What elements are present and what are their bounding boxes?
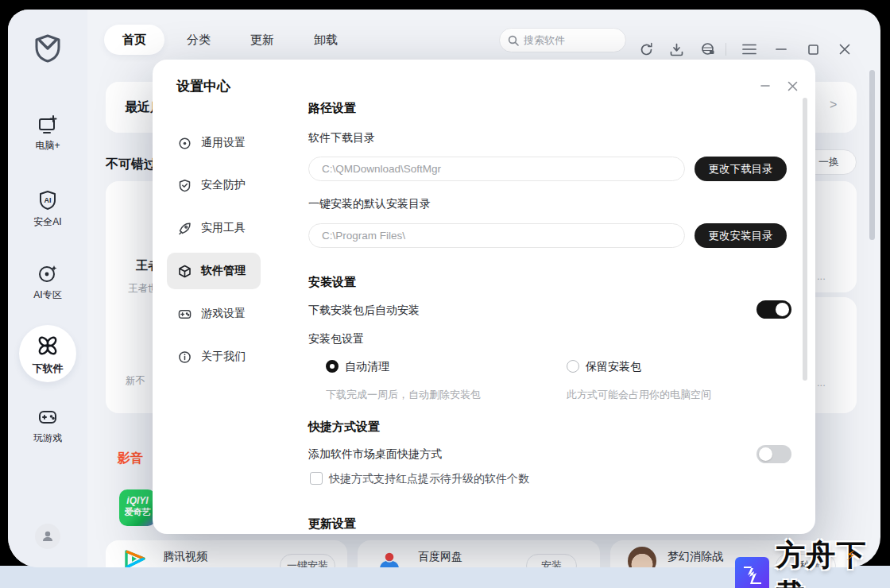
settings-menu-software[interactable]: 软件管理: [167, 253, 261, 289]
window-maximize-icon[interactable]: [803, 40, 822, 59]
person-icon: [41, 529, 55, 544]
search-icon: [508, 35, 519, 46]
baidu-pan-icon: [375, 547, 404, 567]
dialog-title: 设置中心: [176, 77, 230, 95]
download-dir-input[interactable]: C:\QMDownload\SoftMgr: [308, 157, 685, 181]
menu-label: 安全防护: [201, 178, 246, 192]
download-dir-label: 软件下载目录: [308, 131, 375, 145]
install-button[interactable]: 安装: [526, 554, 577, 567]
feature-card-footer: 新不: [126, 374, 145, 388]
sidebar: 电脑+ AI 安全AI AI专区: [8, 10, 87, 567]
chevron-right-icon[interactable]: >: [830, 98, 837, 112]
media-section-title: 影音: [118, 451, 143, 467]
sidebar-item-games[interactable]: 玩游戏: [8, 407, 87, 445]
search-input[interactable]: [524, 34, 611, 46]
service-icon[interactable]: [698, 40, 718, 59]
gamepad-icon: [8, 407, 87, 427]
tab-label: 更新: [250, 33, 274, 48]
dialog-scrollbar-thumb[interactable]: [803, 98, 807, 381]
settings-dialog: 设置中心 通用设置 安全防护 实用工具: [153, 60, 815, 534]
menu-label: 通用设置: [201, 136, 246, 150]
radio-auto-clean-label: 自动清理: [345, 360, 389, 374]
one-click-install-button[interactable]: 一键安装: [280, 554, 335, 567]
sidebar-item-label: AI专区: [8, 288, 87, 302]
cube-icon: [178, 265, 192, 278]
info-icon: [178, 350, 192, 364]
section-heading-shortcut: 快捷方式设置: [308, 420, 380, 435]
app-name: 百度网盘: [418, 550, 462, 564]
radio-auto-clean-desc: 下载完成一周后，自动删除安装包: [326, 388, 481, 402]
more-dots: ...: [817, 270, 826, 282]
rocket-icon: [178, 222, 192, 235]
settings-menu-security[interactable]: 安全防护: [167, 167, 261, 203]
app-card-baidu-pan[interactable]: 百度网盘 安装: [358, 540, 600, 567]
game-avatar-icon: [628, 547, 656, 567]
install-dir-input[interactable]: C:\Program Files\: [308, 223, 685, 248]
dialog-minimize-icon[interactable]: [756, 77, 774, 95]
watermark: 方舟下载 ⚡: [735, 536, 890, 588]
dialog-close-icon[interactable]: [784, 77, 801, 95]
sidebar-item-label: 安全AI: [8, 215, 87, 229]
iqiyi-logo-cn: 爱奇艺: [119, 506, 156, 518]
sidebar-item-security-ai[interactable]: AI 安全AI: [8, 189, 87, 229]
main-scrollbar-thumb[interactable]: [869, 70, 875, 240]
radio-auto-clean[interactable]: [326, 360, 339, 373]
iqiyi-app-icon[interactable]: iQIYI 爱奇艺: [119, 489, 156, 526]
package-setting-label: 安装包设置: [308, 332, 364, 346]
desktop-shortcut-label: 添加软件市场桌面快捷方式: [308, 447, 442, 462]
tab-uninstall[interactable]: 卸载: [302, 25, 350, 55]
sidebar-item-label: 玩游戏: [8, 431, 87, 445]
user-avatar[interactable]: [35, 524, 60, 549]
gamepad-icon: [178, 308, 192, 321]
tab-updates[interactable]: 更新: [238, 25, 286, 55]
menu-label: 游戏设置: [201, 307, 246, 321]
sidebar-item-software[interactable]: 下软件: [8, 334, 87, 376]
reddot-checkbox[interactable]: [310, 472, 323, 485]
sidebar-item-ai-zone[interactable]: AI专区: [8, 262, 87, 302]
settings-menu-about[interactable]: 关于我们: [167, 338, 261, 375]
change-download-dir-button[interactable]: 更改下载目录: [695, 157, 787, 181]
toggle-knob: [776, 303, 789, 316]
section-heading-install: 安装设置: [308, 275, 356, 290]
tab-categories[interactable]: 分类: [175, 25, 222, 55]
window-close-icon[interactable]: [835, 40, 854, 59]
auto-install-toggle[interactable]: [756, 300, 791, 319]
watermark-logo-icon: [735, 557, 769, 588]
sidebar-item-computer[interactable]: 电脑+: [8, 114, 87, 153]
app-logo-shield-icon: [33, 33, 63, 64]
iqiyi-logo-text: iQIYI: [119, 495, 156, 506]
settings-menu-general[interactable]: 通用设置: [167, 125, 261, 161]
radio-keep-package-desc: 此方式可能会占用你的电脑空间: [567, 388, 711, 402]
settings-menu-game[interactable]: 游戏设置: [167, 296, 261, 332]
menu-label: 软件管理: [201, 264, 246, 278]
menu-label: 实用工具: [201, 221, 246, 235]
radio-keep-package-label: 保留安装包: [586, 360, 641, 374]
main-menu-icon[interactable]: [740, 40, 759, 59]
window-minimize-icon[interactable]: [772, 40, 791, 59]
app-card-tencent-video[interactable]: 腾讯视频 一键安装: [106, 540, 347, 567]
tab-home[interactable]: 首页: [104, 25, 164, 55]
install-dir-label: 一键安装的默认安装目录: [308, 197, 431, 211]
button-label: 一键安装: [287, 559, 328, 567]
computer-plus-icon: [8, 114, 87, 135]
section-heading-path: 路径设置: [308, 101, 356, 116]
auto-install-label: 下载安装包后自动安装: [308, 304, 420, 318]
settings-menu-tools[interactable]: 实用工具: [167, 210, 261, 246]
watermark-text: 方舟下载 ⚡: [776, 536, 890, 588]
refresh-icon[interactable]: [637, 40, 656, 59]
change-install-dir-button[interactable]: 更改安装目录: [695, 223, 787, 248]
section-title: 不可错过: [106, 157, 157, 173]
svg-text:AI: AI: [44, 196, 52, 204]
sidebar-item-label: 下软件: [8, 362, 87, 376]
ai-zone-dial-icon: [8, 262, 87, 284]
more-dots: ...: [817, 377, 826, 389]
security-shield-icon: [178, 179, 192, 192]
toggle-knob: [759, 447, 772, 461]
radio-keep-package[interactable]: [567, 360, 579, 373]
desktop-shortcut-toggle[interactable]: [756, 445, 791, 463]
search-box[interactable]: [499, 28, 626, 52]
menu-label: 关于我们: [201, 350, 246, 364]
app-name: 腾讯视频: [163, 550, 207, 564]
shield-ai-icon: AI: [8, 189, 87, 211]
download-manager-icon[interactable]: [667, 40, 686, 59]
